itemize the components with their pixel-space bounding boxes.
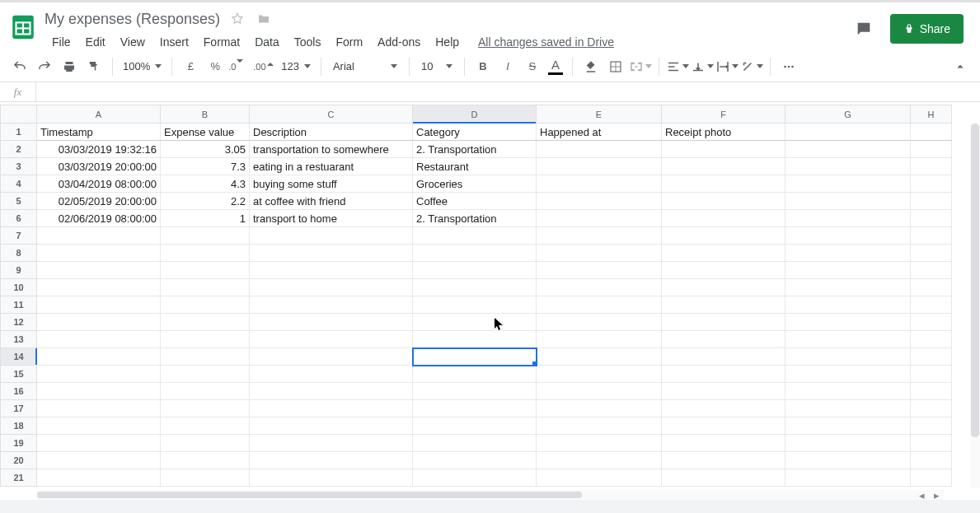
cell-A13[interactable] xyxy=(37,331,161,348)
cell-A7[interactable] xyxy=(37,227,161,245)
sheets-logo-icon[interactable] xyxy=(7,11,40,44)
menu-form[interactable]: Form xyxy=(328,32,370,52)
cell-C3[interactable]: eating in a restuarant xyxy=(250,158,413,175)
menu-edit[interactable]: Edit xyxy=(78,32,113,52)
cell-B8[interactable] xyxy=(161,245,250,262)
cell-A1[interactable]: Timestamp xyxy=(37,124,161,141)
cell-C17[interactable] xyxy=(250,400,413,417)
cell-F4[interactable] xyxy=(662,175,785,193)
menu-format[interactable]: Format xyxy=(196,32,247,52)
row-header-15[interactable]: 15 xyxy=(1,366,37,383)
cell-A16[interactable] xyxy=(37,383,161,400)
cell-B9[interactable] xyxy=(161,262,250,279)
cell-E12[interactable] xyxy=(537,314,662,331)
cell-H2[interactable] xyxy=(911,141,952,158)
cell-C7[interactable] xyxy=(250,227,413,245)
cell-D7[interactable] xyxy=(413,227,537,245)
row-header-17[interactable]: 17 xyxy=(1,400,37,417)
cell-F9[interactable] xyxy=(662,262,785,279)
cell-G13[interactable] xyxy=(785,331,911,348)
cell-D17[interactable] xyxy=(413,400,537,417)
menu-file[interactable]: File xyxy=(45,32,78,52)
cell-G8[interactable] xyxy=(785,245,911,262)
cell-B4[interactable]: 4.3 xyxy=(161,175,250,193)
cell-G14[interactable] xyxy=(785,348,911,366)
wrap-button[interactable] xyxy=(715,55,739,78)
cell-F6[interactable] xyxy=(662,210,785,227)
row-header-20[interactable]: 20 xyxy=(1,452,37,469)
cell-A8[interactable] xyxy=(37,245,161,262)
cell-F1[interactable]: Receipt photo xyxy=(662,124,785,141)
sheet-tabs-bar[interactable] xyxy=(0,500,980,513)
cell-A4[interactable]: 03/04/2019 08:00:00 xyxy=(37,175,161,193)
cell-G1[interactable] xyxy=(785,124,911,141)
row-header-1[interactable]: 1 xyxy=(1,124,37,141)
cell-H12[interactable] xyxy=(911,314,952,331)
cell-B16[interactable] xyxy=(161,383,250,400)
cell-A21[interactable] xyxy=(37,469,161,487)
text-color-button[interactable]: A xyxy=(546,55,565,78)
cell-C1[interactable]: Description xyxy=(250,124,413,141)
increase-decimal-button[interactable]: .00 xyxy=(253,55,276,78)
cell-E6[interactable] xyxy=(537,210,662,227)
cell-H15[interactable] xyxy=(911,366,952,383)
cell-B7[interactable] xyxy=(161,227,250,245)
cell-E13[interactable] xyxy=(537,331,662,348)
cell-G16[interactable] xyxy=(785,383,911,400)
cell-G3[interactable] xyxy=(785,158,911,175)
row-header-4[interactable]: 4 xyxy=(1,175,37,193)
row-header-21[interactable]: 21 xyxy=(1,469,37,487)
cell-D6[interactable]: 2. Transportation xyxy=(413,210,537,227)
cell-B1[interactable]: Expense value xyxy=(161,124,250,141)
cell-H14[interactable] xyxy=(911,348,952,366)
star-icon[interactable] xyxy=(228,10,246,28)
cell-H5[interactable] xyxy=(911,193,952,210)
cell-G2[interactable] xyxy=(785,141,911,158)
cell-H21[interactable] xyxy=(911,469,952,487)
cell-G21[interactable] xyxy=(785,469,911,487)
spreadsheet-grid[interactable]: ABCDEFGH1TimestampExpense valueDescripti… xyxy=(0,105,980,500)
cell-B11[interactable] xyxy=(161,296,250,314)
col-header-D[interactable]: D xyxy=(413,105,537,124)
cell-A6[interactable]: 02/06/2019 08:00:00 xyxy=(37,210,161,227)
cell-E20[interactable] xyxy=(537,452,662,469)
cell-D21[interactable] xyxy=(413,469,537,487)
print-icon[interactable] xyxy=(58,55,81,78)
cell-H1[interactable] xyxy=(911,124,952,141)
row-header-2[interactable]: 2 xyxy=(1,141,37,158)
cell-B6[interactable]: 1 xyxy=(161,210,250,227)
cell-G5[interactable] xyxy=(785,193,911,210)
row-header-9[interactable]: 9 xyxy=(1,262,37,279)
strikethrough-button[interactable]: S xyxy=(521,55,544,78)
number-format-select[interactable]: 123 xyxy=(278,60,314,72)
cell-D18[interactable] xyxy=(413,417,537,435)
cell-E9[interactable] xyxy=(537,262,662,279)
cell-H16[interactable] xyxy=(911,383,952,400)
cell-A5[interactable]: 02/05/2019 20:00:00 xyxy=(37,193,161,210)
cell-F10[interactable] xyxy=(662,279,785,296)
cell-B3[interactable]: 7.3 xyxy=(161,158,250,175)
rotate-button[interactable] xyxy=(740,55,763,78)
cell-E3[interactable] xyxy=(537,158,662,175)
cell-G15[interactable] xyxy=(785,366,911,383)
cell-B19[interactable] xyxy=(161,435,250,452)
cell-C20[interactable] xyxy=(250,452,413,469)
cell-D11[interactable] xyxy=(413,296,537,314)
cell-E11[interactable] xyxy=(537,296,662,314)
fill-color-button[interactable] xyxy=(579,55,603,78)
cell-F21[interactable] xyxy=(662,469,785,487)
menu-insert[interactable]: Insert xyxy=(152,32,196,52)
cell-H8[interactable] xyxy=(911,245,952,262)
cell-E8[interactable] xyxy=(537,245,662,262)
cell-F7[interactable] xyxy=(662,227,785,245)
cell-E7[interactable] xyxy=(537,227,662,245)
cell-G18[interactable] xyxy=(785,417,911,435)
merge-button[interactable] xyxy=(629,55,652,78)
cell-F17[interactable] xyxy=(662,400,785,417)
cell-A17[interactable] xyxy=(37,400,161,417)
cell-C19[interactable] xyxy=(250,435,413,452)
cell-F18[interactable] xyxy=(662,417,785,435)
cell-B15[interactable] xyxy=(161,366,250,383)
cell-H9[interactable] xyxy=(911,262,952,279)
cell-D12[interactable] xyxy=(413,314,537,331)
